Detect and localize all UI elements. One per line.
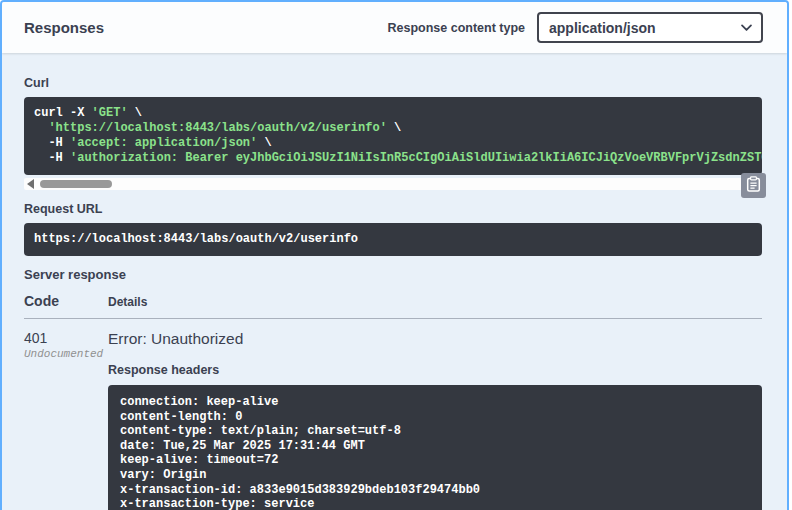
responses-title: Responses [24,19,104,36]
curl-code-block[interactable]: curl -X 'GET' \ 'https://localhost:8443/… [24,97,762,175]
curl-block-wrap: curl -X 'GET' \ 'https://localhost:8443/… [24,97,762,190]
responses-panel: Responses Response content type applicat… [0,0,789,510]
response-headers-label: Response headers [108,363,762,377]
responses-body: Curl curl -X 'GET' \ 'https://localhost:… [2,53,787,510]
scroll-left-arrow-icon[interactable] [27,179,34,189]
response-headers-block: connection: keep-alive content-length: 0… [108,385,762,510]
code-column-header: Code [24,293,108,309]
status-code-cell: 401 Undocumented [24,330,108,510]
server-response-label: Server response [24,267,762,282]
curl-horizontal-scrollbar[interactable] [24,178,762,190]
response-content-type-select-wrap: application/json [537,12,763,43]
undocumented-badge: Undocumented [24,348,108,360]
request-url-label: Request URL [24,202,762,216]
response-table-header: Code Details [24,293,762,319]
status-code: 401 [24,330,108,346]
response-content-type-select[interactable]: application/json [537,12,763,43]
responses-section-header: Responses Response content type applicat… [2,2,787,53]
clipboard-icon [746,176,761,196]
response-message: Error: Unauthorized [108,330,762,348]
content-type-controls: Response content type application/json [387,12,763,43]
details-column-header: Details [108,293,147,309]
request-url-value: https://localhost:8443/labs/oauth/v2/use… [24,223,762,256]
response-table-row: 401 Undocumented Error: Unauthorized Res… [24,330,762,510]
scrollbar-thumb[interactable] [40,180,112,188]
curl-label: Curl [24,76,762,90]
response-details-cell: Error: Unauthorized Response headers con… [108,330,762,510]
copy-to-clipboard-button[interactable] [741,173,766,198]
response-content-type-label: Response content type [387,21,525,35]
